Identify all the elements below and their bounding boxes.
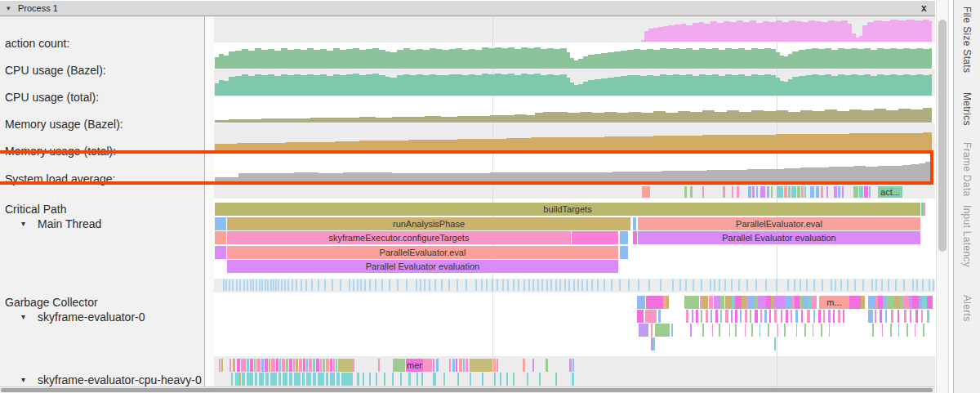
trace-slice[interactable] xyxy=(777,324,778,337)
trace-slice[interactable] xyxy=(463,359,465,372)
trace-slice[interactable] xyxy=(785,296,791,309)
trace-slice[interactable] xyxy=(769,310,771,323)
trace-slice[interactable] xyxy=(436,359,439,372)
gc-event-tick[interactable] xyxy=(357,279,359,291)
gc-event-tick[interactable] xyxy=(854,279,856,291)
trace-slice[interactable] xyxy=(723,186,725,198)
gc-event-tick[interactable] xyxy=(281,279,283,291)
tab-file-size-stats[interactable]: File Size Stats xyxy=(961,7,973,73)
trace-slice[interactable] xyxy=(740,310,742,323)
trace-slice[interactable] xyxy=(804,186,806,198)
trace-slice[interactable] xyxy=(712,324,713,337)
gc-event-tick[interactable] xyxy=(457,279,458,291)
trace-slice[interactable] xyxy=(237,359,240,372)
trace-slice[interactable] xyxy=(265,359,268,372)
trace-slice[interactable] xyxy=(853,186,858,198)
trace-slice[interactable] xyxy=(838,186,840,198)
trace-slice[interactable] xyxy=(242,373,245,386)
gc-event-tick[interactable] xyxy=(619,279,621,291)
trace-slice[interactable] xyxy=(813,324,813,337)
trace-slice[interactable] xyxy=(539,373,541,386)
trace-slice[interactable] xyxy=(829,324,830,337)
gc-event-tick[interactable] xyxy=(397,279,399,291)
gc-event-tick[interactable] xyxy=(229,279,230,291)
trace-slice[interactable] xyxy=(898,310,899,323)
counter-chart[interactable] xyxy=(214,96,935,123)
trace-slice[interactable] xyxy=(795,310,798,323)
trace-slice[interactable] xyxy=(620,246,628,259)
gc-event-tick[interactable] xyxy=(381,279,383,291)
trace-slice[interactable] xyxy=(289,373,292,386)
gc-event-tick[interactable] xyxy=(724,279,726,291)
gc-event-tick[interactable] xyxy=(577,279,579,291)
trace-slice[interactable] xyxy=(233,359,235,372)
gc-event-tick[interactable] xyxy=(287,279,289,291)
gc-event-tick[interactable] xyxy=(518,279,519,291)
trace-slice[interactable] xyxy=(760,186,765,198)
trace-slice[interactable] xyxy=(745,310,747,323)
trace-slice[interactable] xyxy=(902,296,909,309)
trace-slice[interactable] xyxy=(719,324,720,337)
gc-event-tick[interactable] xyxy=(475,279,477,291)
gc-event-tick[interactable] xyxy=(835,279,836,291)
trace-slice[interactable] xyxy=(927,310,929,323)
trace-slice[interactable] xyxy=(686,310,688,323)
trace-slice[interactable] xyxy=(797,186,800,198)
gc-event-tick[interactable] xyxy=(243,279,245,291)
tab-metrics[interactable]: Metrics xyxy=(961,92,973,126)
trace-slice[interactable] xyxy=(265,373,269,386)
trace-slice[interactable] xyxy=(433,373,436,386)
trace-slice[interactable] xyxy=(306,359,308,372)
counter-chart[interactable] xyxy=(214,16,935,42)
counter-chart[interactable] xyxy=(214,151,935,181)
trace-slice[interactable] xyxy=(859,186,863,198)
trace-slice[interactable]: m... xyxy=(819,296,849,309)
trace-slice[interactable] xyxy=(572,373,574,386)
gc-event-tick[interactable] xyxy=(252,279,254,291)
gc-event-tick[interactable] xyxy=(424,279,425,291)
gc-event-tick[interactable] xyxy=(225,279,227,291)
gc-event-tick[interactable] xyxy=(895,279,897,291)
gc-event-tick[interactable] xyxy=(261,279,263,291)
trace-slice[interactable]: act... xyxy=(878,186,902,198)
trace-slice[interactable] xyxy=(330,359,332,372)
gc-event-tick[interactable] xyxy=(638,279,639,291)
trace-slice[interactable] xyxy=(408,373,411,386)
trace-slice[interactable] xyxy=(760,310,762,323)
gc-event-tick[interactable] xyxy=(532,279,534,291)
trace-slice[interactable] xyxy=(885,310,887,323)
gc-event-tick[interactable] xyxy=(903,279,905,291)
trace-slice[interactable] xyxy=(318,373,324,386)
trace-slice[interactable] xyxy=(702,324,704,337)
gc-event-tick[interactable] xyxy=(922,279,924,291)
gc-event-tick[interactable] xyxy=(349,279,350,291)
trace-slice[interactable] xyxy=(286,359,288,372)
gc-event-tick[interactable] xyxy=(794,279,795,291)
trace-slice[interactable] xyxy=(715,310,718,323)
trace-slice[interactable] xyxy=(259,373,264,386)
trace-slice[interactable] xyxy=(861,296,865,309)
trace-slice[interactable] xyxy=(834,186,837,198)
trace-slice[interactable] xyxy=(771,186,773,198)
trace-slice[interactable] xyxy=(569,359,572,372)
trace-slice[interactable] xyxy=(637,310,644,323)
trace-slice[interactable] xyxy=(737,186,739,198)
trace-slice[interactable] xyxy=(302,373,305,386)
trace-slice[interactable] xyxy=(639,324,648,337)
gc-event-tick[interactable] xyxy=(597,279,599,291)
gc-event-tick[interactable] xyxy=(611,279,612,291)
trace-slice[interactable] xyxy=(821,324,822,337)
trace-slice[interactable] xyxy=(456,359,457,372)
gc-event-tick[interactable] xyxy=(881,279,883,291)
tab-input-latency[interactable]: Input Latency xyxy=(961,205,973,267)
trace-slice[interactable] xyxy=(788,186,791,198)
gc-event-tick[interactable] xyxy=(776,279,777,291)
counter-chart[interactable] xyxy=(214,123,935,150)
trace-slice[interactable] xyxy=(725,310,728,323)
gc-event-tick[interactable] xyxy=(353,279,354,291)
trace-slice[interactable] xyxy=(247,373,253,386)
trace-slice[interactable] xyxy=(633,217,636,230)
trace-slice[interactable] xyxy=(748,186,751,198)
trace-slice[interactable] xyxy=(872,324,874,337)
trace-slice[interactable] xyxy=(637,296,645,309)
